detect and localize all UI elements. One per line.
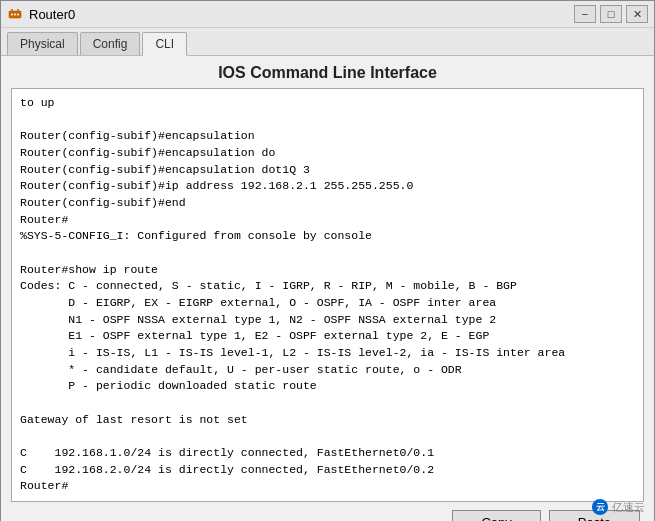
minimize-button[interactable]: − — [574, 5, 596, 23]
terminal-output[interactable]: to up Router(config-subif)#encapsulation… — [12, 89, 643, 501]
maximize-button[interactable]: □ — [600, 5, 622, 23]
svg-point-3 — [17, 14, 19, 16]
tab-config[interactable]: Config — [80, 32, 141, 55]
tab-cli[interactable]: CLI — [142, 32, 187, 56]
watermark-logo: 云 — [592, 499, 608, 515]
main-window: Router0 − □ ✕ Physical Config CLI IOS Co… — [0, 0, 655, 521]
section-title: IOS Command Line Interface — [11, 64, 644, 82]
tab-physical[interactable]: Physical — [7, 32, 78, 55]
terminal-wrapper: to up Router(config-subif)#encapsulation… — [11, 88, 644, 502]
title-bar: Router0 − □ ✕ — [1, 1, 654, 28]
svg-point-1 — [11, 14, 13, 16]
button-row: Copy Paste — [11, 502, 644, 521]
svg-point-2 — [14, 14, 16, 16]
title-bar-left: Router0 — [7, 6, 75, 22]
title-bar-controls: − □ ✕ — [574, 5, 648, 23]
router-icon — [7, 6, 23, 22]
watermark-text: 亿速云 — [612, 500, 645, 515]
watermark: 云 亿速云 — [592, 499, 645, 515]
tab-bar: Physical Config CLI — [1, 28, 654, 56]
window-title: Router0 — [29, 7, 75, 22]
close-button[interactable]: ✕ — [626, 5, 648, 23]
copy-button[interactable]: Copy — [452, 510, 540, 521]
main-content: IOS Command Line Interface to up Router(… — [1, 56, 654, 521]
